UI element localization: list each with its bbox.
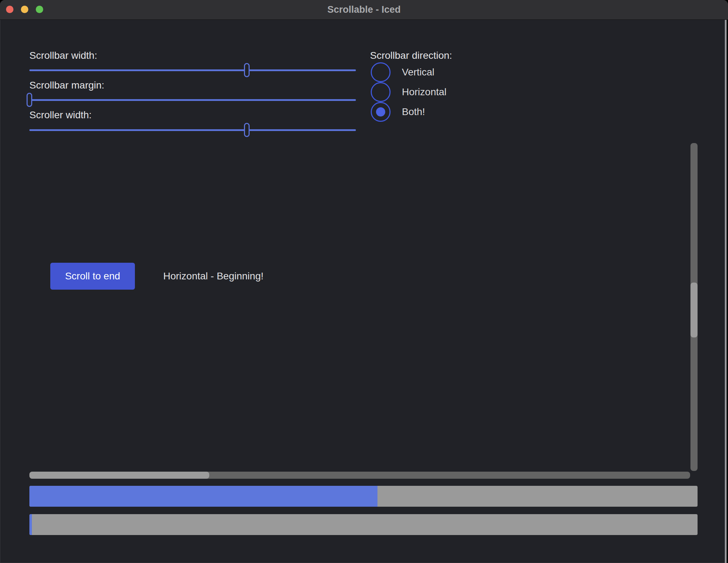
horizontal-scrollbar-thumb[interactable]: [29, 472, 209, 479]
window-title: Scrollable - Iced: [0, 0, 728, 19]
scrollbar-margin-label: Scrollbar margin:: [29, 79, 104, 92]
scroll-status-text: Horizontal - Beginning!: [163, 270, 263, 283]
window-edge-shadow: [727, 20, 728, 563]
vertical-scrollbar-track[interactable]: [690, 143, 698, 471]
app-window: Scrollable - Iced Scrollbar width: Scrol…: [0, 0, 728, 563]
vertical-progress-bar: [29, 514, 698, 535]
radio-label: Both!: [402, 106, 425, 118]
scroller-width-slider[interactable]: [29, 122, 356, 138]
slider-handle[interactable]: [27, 93, 32, 107]
radio-label: Horizontal: [402, 86, 447, 98]
radio-label: Vertical: [402, 66, 434, 79]
slider-rail: [29, 129, 356, 131]
radio-circle-icon: [371, 82, 391, 102]
scrollbar-margin-slider[interactable]: [29, 92, 356, 108]
slider-rail: [29, 99, 356, 101]
scroll-to-end-button[interactable]: Scroll to end: [50, 263, 135, 290]
horizontal-scrollbar-track[interactable]: [29, 472, 690, 479]
progress-fill: [29, 514, 32, 535]
slider-rail: [29, 69, 356, 71]
scrollbar-width-label: Scrollbar width:: [29, 49, 97, 62]
scroller-width-label: Scroller width:: [29, 109, 92, 121]
horizontal-progress-bar: [29, 486, 698, 507]
progress-fill: [29, 486, 377, 507]
titlebar: Scrollable - Iced: [0, 0, 728, 20]
vertical-scrollbar-thumb[interactable]: [690, 283, 698, 337]
scrollbar-direction-label: Scrollbar direction:: [370, 49, 452, 62]
radio-selected-dot: [376, 107, 385, 116]
slider-handle[interactable]: [244, 63, 250, 77]
slider-handle[interactable]: [244, 123, 250, 137]
radio-circle-icon: [371, 62, 391, 82]
scrollbar-width-slider[interactable]: [29, 62, 356, 78]
